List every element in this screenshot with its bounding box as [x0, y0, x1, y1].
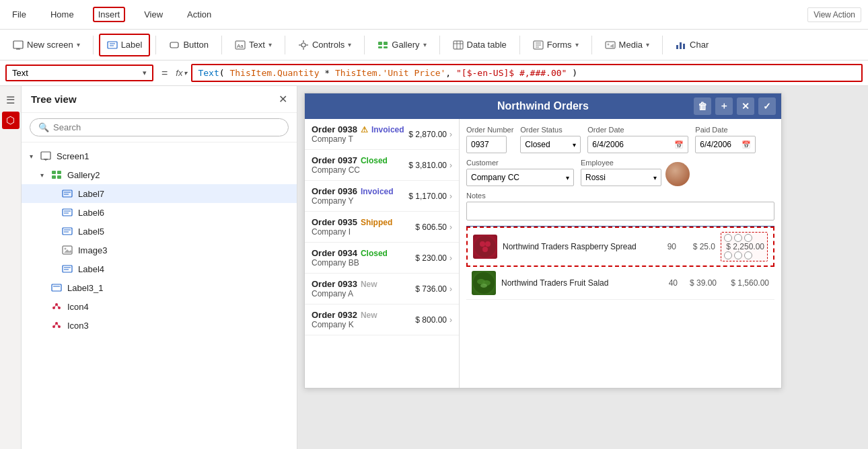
close-icon[interactable]: ✕: [737, 97, 754, 115]
employee-select[interactable]: Rossi ▾: [581, 169, 661, 186]
chart-icon: [676, 40, 686, 50]
tree-close-button[interactable]: ✕: [279, 93, 287, 106]
data-table-button[interactable]: Data table: [445, 34, 514, 56]
order-item-0936[interactable]: Order 0936 Invoiced Company Y $ 1,170.00…: [305, 181, 459, 212]
new-screen-button[interactable]: New screen ▾: [5, 34, 87, 56]
handle-bl[interactable]: [724, 251, 732, 259]
icon3-icon: [50, 319, 63, 332]
label-label: Label: [121, 40, 143, 50]
label-button[interactable]: Label: [99, 34, 151, 56]
gallery-button[interactable]: Gallery ▾: [370, 34, 433, 56]
tree-item-screen1[interactable]: ▾ Screen1: [22, 147, 297, 165]
order-item-0932[interactable]: Order 0932 New Company K $ 800.00 ›: [305, 304, 459, 335]
tree-search-input[interactable]: [53, 122, 280, 132]
hamburger-icon[interactable]: ☰: [2, 91, 20, 109]
order-0938-company: Company T: [312, 134, 408, 144]
screen1-expand-icon[interactable]: ▾: [30, 153, 39, 160]
order-number-input[interactable]: 0937: [466, 136, 507, 153]
order-0937-status: Closed: [361, 156, 388, 165]
tree-item-label7[interactable]: Label7: [22, 184, 297, 203]
order-item-0934[interactable]: Order 0934 Closed Company BB $ 230.00 ›: [305, 243, 459, 274]
order-0935-info: Order 0935 Shipped Company I: [312, 217, 415, 237]
toolbar: New screen ▾ Label Button Aa Text ▾: [0, 30, 868, 60]
paid-date-label: Paid Date: [695, 126, 756, 134]
order-status-select[interactable]: Closed ▾: [520, 136, 581, 153]
handle-bm[interactable]: [734, 251, 742, 259]
order-0937-info: Order 0937 Closed Company CC: [312, 155, 408, 175]
order-item-0933[interactable]: Order 0933 New Company A $ 736.00 ›: [305, 274, 459, 304]
menu-view[interactable]: View: [139, 7, 168, 22]
chart-button[interactable]: Char: [668, 34, 716, 56]
property-selector[interactable]: Text ▾: [5, 65, 153, 81]
product-raspberry-total: $ 2,250.00: [726, 242, 764, 251]
screen1-label: Screen1: [57, 151, 89, 161]
fx-label: fx ▾: [176, 68, 187, 78]
tree-item-gallery2[interactable]: ▾ Gallery2: [22, 165, 297, 184]
screen-icon: [39, 149, 52, 163]
product-salad-name: Northwind Traders Fruit Salad: [501, 278, 649, 288]
tree-item-image3[interactable]: Image3: [22, 241, 297, 259]
order-0933-company: Company A: [312, 289, 415, 298]
detail-row-1: Order Number 0937 Order Status Closed ▾: [466, 126, 774, 153]
button-label: Button: [183, 40, 209, 50]
svg-point-27: [607, 43, 609, 45]
tree-item-label3-1[interactable]: Label3_1: [22, 278, 297, 297]
formula-input[interactable]: Text( ThisItem.Quantity * ThisItem.'Unit…: [191, 64, 863, 82]
customer-select[interactable]: Company CC ▾: [466, 169, 574, 186]
tree-item-label4[interactable]: Label4: [22, 259, 297, 278]
handle-tm[interactable]: [734, 234, 742, 242]
tree-items-list: ▾ Screen1 ▾: [22, 142, 297, 449]
tree-item-icon4[interactable]: Icon4: [22, 297, 297, 316]
forms-button[interactable]: Forms ▾: [526, 34, 586, 56]
menu-action[interactable]: Action: [182, 7, 217, 22]
order-item-0937[interactable]: Order 0937 Closed Company CC $ 3,810.00 …: [305, 150, 459, 181]
tree-item-label6[interactable]: Label6: [22, 203, 297, 222]
menu-home[interactable]: Home: [45, 7, 79, 22]
view-action-btn[interactable]: View Action: [807, 7, 861, 22]
gallery-chevron: ▾: [423, 41, 427, 48]
app-title: Northwind Orders: [497, 100, 589, 112]
media-icon: [605, 40, 616, 50]
svg-rect-16: [378, 46, 382, 48]
svg-rect-29: [676, 45, 678, 49]
order-0933-number: Order 0933 New: [312, 279, 415, 289]
tree-title: Tree view: [31, 93, 77, 105]
paid-date-input[interactable]: 6/4/2006 📅: [695, 136, 756, 153]
order-date-input[interactable]: 6/4/2006 📅: [587, 136, 688, 153]
handle-tl[interactable]: [724, 234, 732, 242]
handle-br[interactable]: [744, 251, 752, 259]
order-date-label: Order Date: [587, 126, 688, 134]
layers-icon[interactable]: ⬡: [2, 112, 20, 129]
media-button[interactable]: Media ▾: [598, 34, 657, 56]
add-icon[interactable]: ＋: [715, 97, 733, 115]
menu-bar: File Home Insert View Action View Action: [0, 0, 868, 30]
order-0934-company: Company BB: [312, 258, 415, 268]
raspberry-svg: [473, 235, 497, 259]
menu-file[interactable]: File: [7, 7, 32, 22]
order-item-0935[interactable]: Order 0935 Shipped Company I $ 606.50 ›: [305, 212, 459, 243]
tree-item-label5[interactable]: Label5: [22, 222, 297, 241]
handle-tr[interactable]: [744, 234, 752, 242]
svg-rect-31: [683, 44, 685, 49]
product-raspberry-name: Northwind Traders Raspberry Spread: [503, 242, 647, 251]
product-row-raspberry[interactable]: Northwind Traders Raspberry Spread 90 $ …: [466, 227, 774, 267]
formula-this1: ThisItem.Quantity: [229, 68, 319, 78]
tree-search-box[interactable]: 🔍: [30, 118, 289, 136]
notes-input[interactable]: [466, 202, 774, 220]
button-button[interactable]: Button: [161, 34, 216, 56]
order-item-0938[interactable]: Order 0938 ⚠ Invoiced Company T $ 2,870.…: [305, 119, 459, 150]
check-icon[interactable]: ✓: [758, 97, 776, 115]
order-0934-number: Order 0934 Closed: [312, 248, 415, 258]
controls-button[interactable]: Controls ▾: [291, 34, 359, 56]
tree-item-icon3[interactable]: Icon3: [22, 316, 297, 335]
product-row-salad[interactable]: Northwind Traders Fruit Salad 40 $ 39.00…: [466, 267, 774, 300]
search-icon: 🔍: [38, 122, 49, 132]
delete-icon[interactable]: 🗑: [694, 97, 711, 115]
text-button[interactable]: Aa Text ▾: [227, 34, 279, 56]
menu-insert[interactable]: Insert: [93, 7, 126, 22]
gallery2-expand-icon[interactable]: ▾: [40, 171, 50, 179]
order-0937-amount: $ 3,810.00: [408, 161, 447, 170]
selection-handles: [724, 234, 764, 242]
image3-label: Image3: [78, 245, 107, 255]
toolbar-separator-3: [221, 36, 222, 54]
